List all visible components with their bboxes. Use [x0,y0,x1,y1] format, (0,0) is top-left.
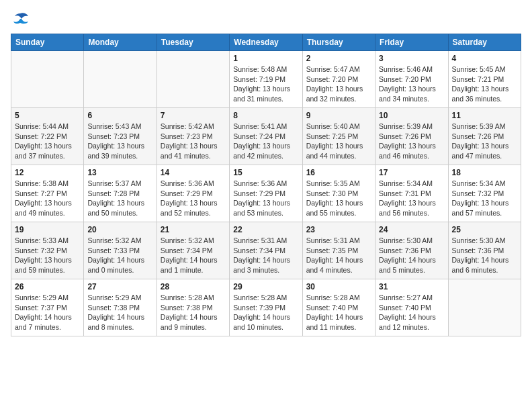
calendar-cell: 25Sunrise: 5:30 AM Sunset: 7:36 PM Dayli… [448,222,521,279]
calendar-cell: 9Sunrise: 5:40 AM Sunset: 7:25 PM Daylig… [302,108,375,165]
day-info: Sunrise: 5:32 AM Sunset: 7:34 PM Dayligh… [161,236,226,275]
day-info: Sunrise: 5:29 AM Sunset: 7:38 PM Dayligh… [87,293,152,332]
calendar-cell: 22Sunrise: 5:31 AM Sunset: 7:34 PM Dayli… [230,222,302,279]
day-info: Sunrise: 5:28 AM Sunset: 7:38 PM Dayligh… [161,293,226,332]
day-number: 10 [379,111,444,120]
day-info: Sunrise: 5:41 AM Sunset: 7:24 PM Dayligh… [233,122,298,161]
calendar-week-5: 26Sunrise: 5:29 AM Sunset: 7:37 PM Dayli… [11,279,521,336]
day-number: 22 [233,225,298,234]
calendar-cell: 21Sunrise: 5:32 AM Sunset: 7:34 PM Dayli… [157,222,229,279]
calendar-cell: 27Sunrise: 5:29 AM Sunset: 7:38 PM Dayli… [84,279,157,336]
calendar-cell: 31Sunrise: 5:27 AM Sunset: 7:40 PM Dayli… [375,279,448,336]
day-number: 28 [161,282,226,291]
day-number: 16 [306,168,371,177]
calendar-cell: 18Sunrise: 5:34 AM Sunset: 7:32 PM Dayli… [448,165,521,222]
day-number: 5 [15,111,80,120]
day-number: 14 [161,168,226,177]
day-info: Sunrise: 5:37 AM Sunset: 7:28 PM Dayligh… [87,179,152,218]
logo-bird-icon [11,11,30,27]
calendar-cell: 4Sunrise: 5:45 AM Sunset: 7:21 PM Daylig… [448,51,521,108]
calendar-cell: 24Sunrise: 5:30 AM Sunset: 7:36 PM Dayli… [375,222,448,279]
calendar-cell: 19Sunrise: 5:33 AM Sunset: 7:32 PM Dayli… [11,222,84,279]
day-number: 20 [87,225,152,234]
day-info: Sunrise: 5:32 AM Sunset: 7:33 PM Dayligh… [87,236,152,275]
calendar-cell [84,51,157,108]
calendar-cell: 23Sunrise: 5:31 AM Sunset: 7:35 PM Dayli… [302,222,375,279]
calendar-cell: 3Sunrise: 5:46 AM Sunset: 7:20 PM Daylig… [375,51,448,108]
day-number: 6 [87,111,152,120]
day-number: 26 [15,282,80,291]
day-number: 1 [233,54,298,63]
calendar-cell: 16Sunrise: 5:35 AM Sunset: 7:30 PM Dayli… [302,165,375,222]
day-info: Sunrise: 5:44 AM Sunset: 7:22 PM Dayligh… [15,122,80,161]
day-number: 4 [452,54,517,63]
day-info: Sunrise: 5:31 AM Sunset: 7:35 PM Dayligh… [306,236,371,275]
logo [11,11,32,27]
calendar-cell: 6Sunrise: 5:43 AM Sunset: 7:23 PM Daylig… [84,108,157,165]
calendar-cell: 26Sunrise: 5:29 AM Sunset: 7:37 PM Dayli… [11,279,84,336]
calendar-cell [157,51,229,108]
day-info: Sunrise: 5:31 AM Sunset: 7:34 PM Dayligh… [233,236,298,275]
calendar-week-1: 1Sunrise: 5:48 AM Sunset: 7:19 PM Daylig… [11,51,521,108]
day-info: Sunrise: 5:47 AM Sunset: 7:20 PM Dayligh… [306,64,371,104]
calendar-cell: 8Sunrise: 5:41 AM Sunset: 7:24 PM Daylig… [230,108,302,165]
day-number: 8 [233,111,298,120]
day-info: Sunrise: 5:43 AM Sunset: 7:23 PM Dayligh… [87,122,152,161]
day-number: 3 [379,54,444,63]
weekday-row: SundayMondayTuesdayWednesdayThursdayFrid… [11,34,521,51]
calendar-cell [448,279,521,336]
calendar-cell: 2Sunrise: 5:47 AM Sunset: 7:20 PM Daylig… [302,51,375,108]
calendar-cell: 20Sunrise: 5:32 AM Sunset: 7:33 PM Dayli… [84,222,157,279]
day-number: 13 [87,168,152,177]
calendar-cell: 5Sunrise: 5:44 AM Sunset: 7:22 PM Daylig… [11,108,84,165]
day-number: 12 [15,168,80,177]
day-info: Sunrise: 5:27 AM Sunset: 7:40 PM Dayligh… [379,293,444,332]
calendar-cell: 29Sunrise: 5:28 AM Sunset: 7:39 PM Dayli… [230,279,302,336]
day-number: 17 [379,168,444,177]
day-info: Sunrise: 5:39 AM Sunset: 7:26 PM Dayligh… [379,122,444,161]
calendar-week-3: 12Sunrise: 5:38 AM Sunset: 7:27 PM Dayli… [11,165,521,222]
day-number: 23 [306,225,371,234]
calendar-cell: 28Sunrise: 5:28 AM Sunset: 7:38 PM Dayli… [157,279,229,336]
calendar-cell: 17Sunrise: 5:34 AM Sunset: 7:31 PM Dayli… [375,165,448,222]
calendar-week-4: 19Sunrise: 5:33 AM Sunset: 7:32 PM Dayli… [11,222,521,279]
day-number: 25 [452,225,517,234]
weekday-header-sunday: Sunday [11,34,84,51]
calendar-cell: 30Sunrise: 5:28 AM Sunset: 7:40 PM Dayli… [302,279,375,336]
calendar-table: SundayMondayTuesdayWednesdayThursdayFrid… [11,34,521,336]
day-number: 24 [379,225,444,234]
day-number: 30 [306,282,371,291]
day-info: Sunrise: 5:42 AM Sunset: 7:23 PM Dayligh… [161,122,226,161]
calendar-cell: 12Sunrise: 5:38 AM Sunset: 7:27 PM Dayli… [11,165,84,222]
calendar-week-2: 5Sunrise: 5:44 AM Sunset: 7:22 PM Daylig… [11,108,521,165]
day-number: 18 [452,168,517,177]
day-number: 21 [161,225,226,234]
page-header [11,11,521,27]
day-info: Sunrise: 5:40 AM Sunset: 7:25 PM Dayligh… [306,122,371,161]
calendar-cell: 14Sunrise: 5:36 AM Sunset: 7:29 PM Dayli… [157,165,229,222]
day-info: Sunrise: 5:28 AM Sunset: 7:40 PM Dayligh… [306,293,371,332]
day-info: Sunrise: 5:30 AM Sunset: 7:36 PM Dayligh… [379,236,444,275]
day-info: Sunrise: 5:29 AM Sunset: 7:37 PM Dayligh… [15,293,80,332]
weekday-header-thursday: Thursday [302,34,375,51]
weekday-header-saturday: Saturday [448,34,521,51]
calendar-cell: 1Sunrise: 5:48 AM Sunset: 7:19 PM Daylig… [230,51,302,108]
calendar-cell: 15Sunrise: 5:36 AM Sunset: 7:29 PM Dayli… [230,165,302,222]
weekday-header-friday: Friday [375,34,448,51]
day-info: Sunrise: 5:39 AM Sunset: 7:26 PM Dayligh… [452,122,517,161]
day-info: Sunrise: 5:28 AM Sunset: 7:39 PM Dayligh… [233,293,298,332]
day-info: Sunrise: 5:30 AM Sunset: 7:36 PM Dayligh… [452,236,517,275]
day-number: 9 [306,111,371,120]
calendar-cell: 7Sunrise: 5:42 AM Sunset: 7:23 PM Daylig… [157,108,229,165]
day-info: Sunrise: 5:38 AM Sunset: 7:27 PM Dayligh… [15,179,80,218]
day-info: Sunrise: 5:34 AM Sunset: 7:32 PM Dayligh… [452,179,517,218]
day-number: 29 [233,282,298,291]
day-number: 27 [87,282,152,291]
calendar-header: SundayMondayTuesdayWednesdayThursdayFrid… [11,34,521,51]
day-number: 2 [306,54,371,63]
day-info: Sunrise: 5:35 AM Sunset: 7:30 PM Dayligh… [306,179,371,218]
day-info: Sunrise: 5:36 AM Sunset: 7:29 PM Dayligh… [161,179,226,218]
day-number: 31 [379,282,444,291]
day-info: Sunrise: 5:33 AM Sunset: 7:32 PM Dayligh… [15,236,80,275]
day-number: 15 [233,168,298,177]
